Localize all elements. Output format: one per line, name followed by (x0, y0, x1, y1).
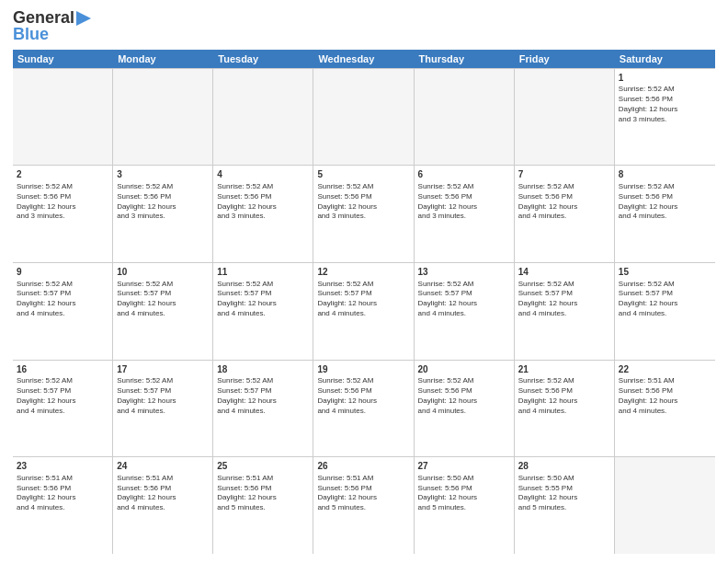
header-day-wednesday: Wednesday (313, 50, 414, 68)
day-number: 20 (418, 363, 510, 376)
header-day-tuesday: Tuesday (213, 50, 313, 68)
calendar: SundayMondayTuesdayWednesdayThursdayFrid… (13, 50, 715, 554)
day-info: Sunrise: 5:50 AM Sunset: 5:55 PM Dayligh… (518, 474, 610, 513)
day-info: Sunrise: 5:52 AM Sunset: 5:56 PM Dayligh… (17, 182, 108, 222)
calendar-cell: 19Sunrise: 5:52 AM Sunset: 5:56 PM Dayli… (313, 361, 414, 457)
day-number: 9 (17, 266, 108, 279)
day-number: 13 (418, 266, 510, 279)
calendar-cell: 2Sunrise: 5:52 AM Sunset: 5:56 PM Daylig… (13, 166, 113, 262)
calendar-cell: 21Sunrise: 5:52 AM Sunset: 5:56 PM Dayli… (515, 361, 615, 457)
calendar-cell: 27Sunrise: 5:50 AM Sunset: 5:56 PM Dayli… (415, 457, 515, 554)
day-info: Sunrise: 5:52 AM Sunset: 5:56 PM Dayligh… (518, 376, 610, 416)
day-number: 14 (518, 266, 610, 279)
calendar-cell: 20Sunrise: 5:52 AM Sunset: 5:56 PM Dayli… (415, 361, 515, 457)
calendar-cell: 24Sunrise: 5:51 AM Sunset: 5:56 PM Dayli… (113, 457, 213, 554)
calendar-cell: 6Sunrise: 5:52 AM Sunset: 5:56 PM Daylig… (415, 166, 515, 262)
calendar-cell (415, 69, 515, 166)
calendar-cell: 26Sunrise: 5:51 AM Sunset: 5:56 PM Dayli… (313, 457, 414, 554)
day-number: 18 (217, 363, 309, 376)
day-info: Sunrise: 5:52 AM Sunset: 5:56 PM Dayligh… (317, 376, 409, 416)
calendar-cell: 22Sunrise: 5:51 AM Sunset: 5:56 PM Dayli… (615, 361, 715, 457)
calendar-week-4: 16Sunrise: 5:52 AM Sunset: 5:57 PM Dayli… (13, 361, 715, 458)
day-info: Sunrise: 5:52 AM Sunset: 5:56 PM Dayligh… (217, 182, 309, 222)
day-number: 4 (217, 168, 309, 181)
calendar-cell: 12Sunrise: 5:52 AM Sunset: 5:57 PM Dayli… (313, 263, 414, 360)
calendar-cell: 11Sunrise: 5:52 AM Sunset: 5:57 PM Dayli… (213, 263, 313, 360)
calendar-cell (515, 69, 615, 166)
day-info: Sunrise: 5:52 AM Sunset: 5:57 PM Dayligh… (17, 280, 108, 319)
calendar-week-5: 23Sunrise: 5:51 AM Sunset: 5:56 PM Dayli… (13, 457, 715, 554)
day-number: 23 (17, 460, 108, 473)
calendar-week-1: 1Sunrise: 5:52 AM Sunset: 5:56 PM Daylig… (13, 69, 715, 167)
calendar-week-2: 2Sunrise: 5:52 AM Sunset: 5:56 PM Daylig… (13, 166, 715, 263)
header-day-saturday: Saturday (615, 50, 715, 68)
calendar-cell (113, 69, 213, 166)
svg-marker-0 (76, 11, 91, 26)
calendar-cell: 15Sunrise: 5:52 AM Sunset: 5:57 PM Dayli… (615, 263, 715, 360)
day-number: 1 (619, 72, 711, 85)
day-number: 16 (17, 363, 108, 376)
day-info: Sunrise: 5:52 AM Sunset: 5:56 PM Dayligh… (418, 376, 510, 416)
calendar-cell: 1Sunrise: 5:52 AM Sunset: 5:56 PM Daylig… (615, 69, 715, 166)
day-info: Sunrise: 5:51 AM Sunset: 5:56 PM Dayligh… (317, 474, 409, 513)
calendar-cell: 13Sunrise: 5:52 AM Sunset: 5:57 PM Dayli… (415, 263, 515, 360)
calendar-body: 1Sunrise: 5:52 AM Sunset: 5:56 PM Daylig… (13, 68, 715, 554)
day-number: 24 (117, 460, 209, 473)
day-number: 25 (217, 460, 309, 473)
page: General Blue SundayMondayTuesdayWednesda… (0, 0, 728, 563)
header-day-thursday: Thursday (415, 50, 515, 68)
logo-icon (74, 9, 93, 28)
day-info: Sunrise: 5:52 AM Sunset: 5:56 PM Dayligh… (619, 85, 711, 124)
day-info: Sunrise: 5:52 AM Sunset: 5:57 PM Dayligh… (418, 280, 510, 319)
calendar-cell: 8Sunrise: 5:52 AM Sunset: 5:56 PM Daylig… (615, 166, 715, 262)
day-info: Sunrise: 5:51 AM Sunset: 5:56 PM Dayligh… (217, 474, 309, 513)
logo: General Blue (13, 9, 93, 44)
day-number: 15 (619, 266, 711, 279)
calendar-cell: 18Sunrise: 5:52 AM Sunset: 5:57 PM Dayli… (213, 361, 313, 457)
calendar-week-3: 9Sunrise: 5:52 AM Sunset: 5:57 PM Daylig… (13, 263, 715, 361)
calendar-cell: 23Sunrise: 5:51 AM Sunset: 5:56 PM Dayli… (13, 457, 113, 554)
calendar-cell: 5Sunrise: 5:52 AM Sunset: 5:56 PM Daylig… (313, 166, 414, 262)
logo-blue: Blue (13, 26, 49, 44)
day-number: 17 (117, 363, 209, 376)
day-number: 8 (619, 168, 711, 181)
day-number: 10 (117, 266, 209, 279)
calendar-cell: 3Sunrise: 5:52 AM Sunset: 5:56 PM Daylig… (113, 166, 213, 262)
day-number: 28 (518, 460, 610, 473)
day-number: 3 (117, 168, 209, 181)
calendar-cell: 16Sunrise: 5:52 AM Sunset: 5:57 PM Dayli… (13, 361, 113, 457)
day-info: Sunrise: 5:52 AM Sunset: 5:56 PM Dayligh… (418, 182, 510, 222)
calendar-cell: 9Sunrise: 5:52 AM Sunset: 5:57 PM Daylig… (13, 263, 113, 360)
day-info: Sunrise: 5:50 AM Sunset: 5:56 PM Dayligh… (418, 474, 510, 513)
day-number: 19 (317, 363, 409, 376)
calendar-cell: 28Sunrise: 5:50 AM Sunset: 5:55 PM Dayli… (515, 457, 615, 554)
day-number: 6 (418, 168, 510, 181)
day-info: Sunrise: 5:52 AM Sunset: 5:57 PM Dayligh… (317, 280, 409, 319)
day-number: 22 (619, 363, 711, 376)
header-day-friday: Friday (515, 50, 615, 68)
calendar-cell: 25Sunrise: 5:51 AM Sunset: 5:56 PM Dayli… (213, 457, 313, 554)
calendar-cell: 7Sunrise: 5:52 AM Sunset: 5:56 PM Daylig… (515, 166, 615, 262)
day-info: Sunrise: 5:52 AM Sunset: 5:57 PM Dayligh… (518, 280, 610, 319)
day-number: 27 (418, 460, 510, 473)
calendar-header: SundayMondayTuesdayWednesdayThursdayFrid… (13, 50, 715, 68)
day-info: Sunrise: 5:52 AM Sunset: 5:56 PM Dayligh… (619, 182, 711, 222)
calendar-cell (615, 457, 715, 554)
day-info: Sunrise: 5:52 AM Sunset: 5:57 PM Dayligh… (217, 376, 309, 416)
day-number: 2 (17, 168, 108, 181)
calendar-cell: 14Sunrise: 5:52 AM Sunset: 5:57 PM Dayli… (515, 263, 615, 360)
calendar-cell (13, 69, 113, 166)
day-info: Sunrise: 5:52 AM Sunset: 5:56 PM Dayligh… (117, 182, 209, 222)
day-info: Sunrise: 5:52 AM Sunset: 5:57 PM Dayligh… (17, 376, 108, 416)
day-number: 12 (317, 266, 409, 279)
calendar-cell: 4Sunrise: 5:52 AM Sunset: 5:56 PM Daylig… (213, 166, 313, 262)
day-info: Sunrise: 5:52 AM Sunset: 5:57 PM Dayligh… (117, 376, 209, 416)
day-info: Sunrise: 5:52 AM Sunset: 5:57 PM Dayligh… (117, 280, 209, 319)
calendar-cell (313, 69, 414, 166)
day-info: Sunrise: 5:52 AM Sunset: 5:57 PM Dayligh… (217, 280, 309, 319)
header-day-sunday: Sunday (13, 50, 113, 68)
day-number: 5 (317, 168, 409, 181)
calendar-cell: 17Sunrise: 5:52 AM Sunset: 5:57 PM Dayli… (113, 361, 213, 457)
day-number: 21 (518, 363, 610, 376)
day-info: Sunrise: 5:51 AM Sunset: 5:56 PM Dayligh… (17, 474, 108, 513)
